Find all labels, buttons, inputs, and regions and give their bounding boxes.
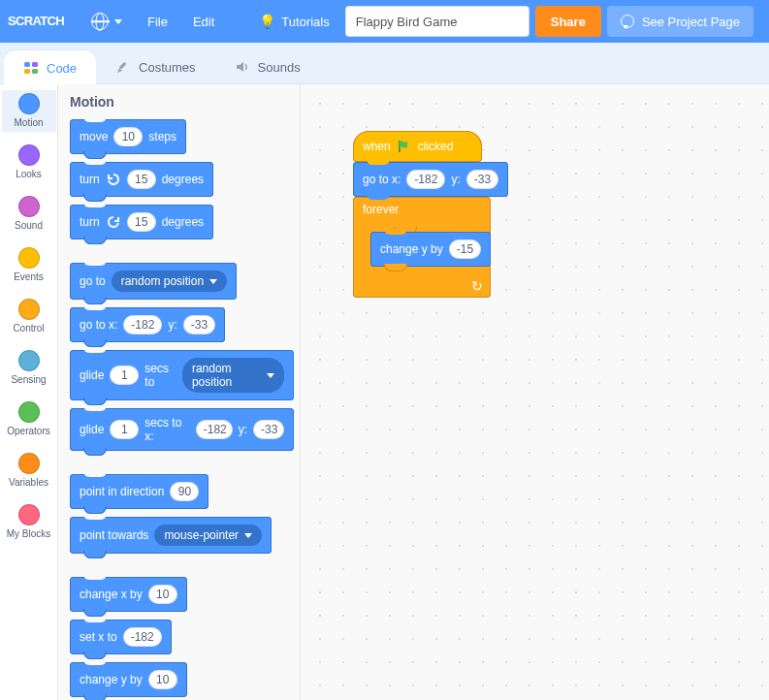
block-goto-xy[interactable]: go to x: -182 y: -33 <box>70 307 225 342</box>
block-text: go to <box>80 274 106 288</box>
block-goto-menu[interactable]: go to random position <box>70 263 237 300</box>
block-text: point towards <box>80 528 148 542</box>
block-text: go to x: <box>363 173 401 186</box>
tab-costumes-label: Costumes <box>139 60 196 75</box>
block-change-y[interactable]: change y by 10 <box>70 662 187 697</box>
block-number-input[interactable]: -182 <box>123 315 162 334</box>
category-dot-icon <box>18 144 40 166</box>
block-dropdown[interactable]: random position <box>112 270 227 292</box>
block-number-input[interactable]: 1 <box>110 366 139 385</box>
share-button[interactable]: Share <box>535 6 601 37</box>
category-label: Sensing <box>11 374 46 385</box>
block-number-input[interactable]: 10 <box>148 670 177 689</box>
tab-code-label: Code <box>47 61 77 76</box>
block-number-input[interactable]: 90 <box>170 482 199 501</box>
lightbulb-icon: 💡 <box>259 14 275 29</box>
editor-tabs: Code Costumes Sounds <box>0 43 769 84</box>
block-point-direction[interactable]: point in direction 90 <box>70 474 208 509</box>
block-turn-ccw[interactable]: turn 15 degrees <box>70 205 213 239</box>
category-dot-icon <box>18 504 40 525</box>
block-number-input[interactable]: -182 <box>196 420 233 439</box>
category-dot-icon <box>18 453 40 474</box>
edit-menu[interactable]: Edit <box>183 9 224 35</box>
block-number-input[interactable]: 15 <box>127 212 156 232</box>
svg-rect-2 <box>32 62 38 67</box>
svg-text:SCRATCH: SCRATCH <box>8 14 64 28</box>
svg-rect-4 <box>32 69 38 74</box>
scratch-logo[interactable]: SCRATCH <box>8 8 76 35</box>
category-dot-icon <box>18 196 40 217</box>
block-dropdown[interactable]: mouse-pointer <box>154 525 262 546</box>
rotate-ccw-icon <box>106 214 121 230</box>
tab-sounds-label: Sounds <box>258 60 301 75</box>
block-text: move <box>80 130 108 143</box>
block-forever[interactable]: forever change y by -15 ↻ <box>353 197 491 298</box>
category-variables[interactable]: Variables <box>2 450 56 492</box>
script-stack[interactable]: when clicked go to x: -182 y: -33 foreve… <box>353 131 508 298</box>
block-number-input[interactable]: -15 <box>449 239 481 259</box>
project-title-input[interactable] <box>345 6 529 37</box>
block-number-input[interactable]: 15 <box>127 170 156 189</box>
dropdown-label: random position <box>121 274 204 288</box>
dropdown-label: random position <box>192 362 261 389</box>
category-sensing[interactable]: Sensing <box>2 347 56 389</box>
block-text: glide <box>80 368 104 382</box>
block-number-input[interactable]: -33 <box>183 315 215 334</box>
svg-rect-1 <box>24 62 30 67</box>
block-text: secs to x: <box>144 416 189 443</box>
tab-costumes[interactable]: Costumes <box>96 49 215 83</box>
block-text: degrees <box>162 173 204 186</box>
block-number-input[interactable]: 10 <box>148 585 177 604</box>
tutorials-button[interactable]: 💡 Tutorials <box>249 8 338 35</box>
category-label: Events <box>14 271 44 282</box>
block-text: turn <box>80 215 100 229</box>
script-workspace[interactable]: when clicked go to x: -182 y: -33 foreve… <box>301 84 769 700</box>
rotate-cw-icon <box>106 172 121 187</box>
category-label: Operators <box>7 426 49 436</box>
category-label: Motion <box>14 117 43 128</box>
block-glide-to-xy[interactable]: glide 1 secs to x: -182 y: -33 <box>70 408 294 451</box>
block-number-input[interactable]: -182 <box>406 170 445 189</box>
block-change-y[interactable]: change y by -15 <box>370 232 491 267</box>
block-goto-xy[interactable]: go to x: -182 y: -33 <box>353 162 508 197</box>
block-number-input[interactable]: 10 <box>113 127 143 146</box>
block-palette[interactable]: Motion move 10 steps turn 15 degrees tur… <box>58 84 301 700</box>
tab-code[interactable]: Code <box>4 50 96 84</box>
block-point-towards[interactable]: point towards mouse-pointer <box>70 517 272 554</box>
category-label: My Blocks <box>7 528 51 539</box>
file-menu[interactable]: File <box>138 9 177 35</box>
block-number-input[interactable]: -182 <box>123 627 162 647</box>
category-label: Control <box>13 323 44 334</box>
block-set-x[interactable]: set x to -182 <box>70 620 172 654</box>
block-dropdown[interactable]: random position <box>182 358 284 393</box>
remix-icon <box>621 15 634 28</box>
editor-main: MotionLooksSoundEventsControlSensingOper… <box>0 84 769 700</box>
category-events[interactable]: Events <box>2 244 56 286</box>
category-looks[interactable]: Looks <box>2 142 56 183</box>
category-dot-icon <box>18 350 40 371</box>
block-number-input[interactable]: -33 <box>466 170 498 189</box>
language-menu[interactable] <box>81 7 132 36</box>
block-glide-to-menu[interactable]: glide 1 secs to random position <box>70 350 294 400</box>
block-text: forever <box>363 203 399 216</box>
tutorials-label: Tutorials <box>281 15 329 29</box>
category-my-blocks[interactable]: My Blocks <box>2 501 56 543</box>
block-number-input[interactable]: 1 <box>110 420 139 439</box>
category-control[interactable]: Control <box>2 296 56 337</box>
block-when-flag-clicked[interactable]: when clicked <box>353 131 482 162</box>
tab-sounds[interactable]: Sounds <box>215 49 320 83</box>
category-motion[interactable]: Motion <box>2 90 56 132</box>
block-move-steps[interactable]: move 10 steps <box>70 119 186 154</box>
block-text: change x by <box>80 588 143 601</box>
category-operators[interactable]: Operators <box>2 398 56 440</box>
block-change-x[interactable]: change x by 10 <box>70 577 187 612</box>
loop-arrow-icon: ↻ <box>471 278 483 294</box>
green-flag-icon <box>397 139 412 154</box>
block-text: y: <box>168 318 176 332</box>
block-turn-cw[interactable]: turn 15 degrees <box>70 162 213 197</box>
block-number-input[interactable]: -33 <box>253 420 284 439</box>
category-dot-icon <box>18 247 40 269</box>
see-project-page-button[interactable]: See Project Page <box>607 6 753 37</box>
category-sound[interactable]: Sound <box>2 193 56 235</box>
svg-rect-3 <box>24 69 30 74</box>
